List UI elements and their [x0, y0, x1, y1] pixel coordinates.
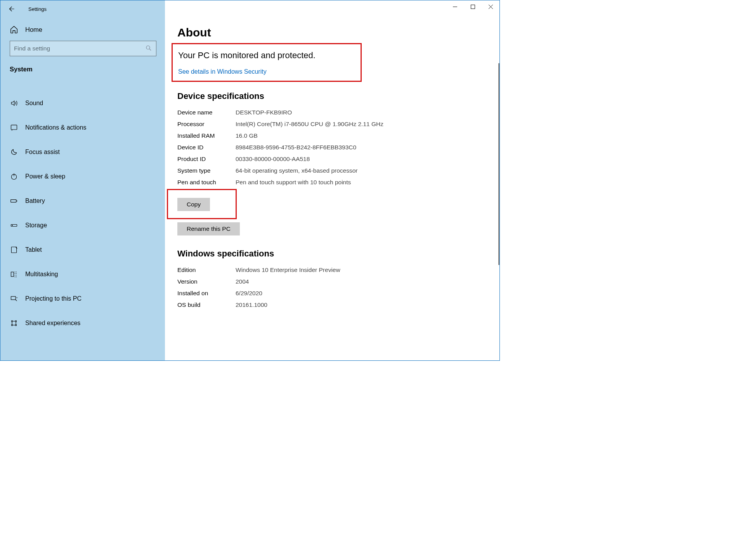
- home-label: Home: [25, 26, 42, 33]
- sidebar-nav-items: Sound Notifications & actions Focus assi…: [0, 78, 165, 335]
- windows-specifications-heading: Windows specifications: [177, 249, 492, 259]
- battery-icon: [10, 197, 18, 205]
- maximize-icon: [471, 5, 475, 9]
- svg-point-1: [146, 46, 150, 49]
- spec-label: Processor: [177, 121, 236, 128]
- spec-row: OS build 20161.1000: [177, 299, 492, 311]
- search-input[interactable]: [14, 45, 145, 52]
- spec-value: 8984E3B8-9596-4755-B242-8FF6EBB393C0: [236, 144, 356, 151]
- sidebar-item-label: Focus assist: [25, 149, 60, 156]
- spec-row: Pen and touch Pen and touch support with…: [177, 177, 492, 188]
- spec-label: System type: [177, 167, 236, 174]
- sidebar-home[interactable]: Home: [0, 21, 165, 38]
- svg-point-11: [15, 320, 16, 322]
- spec-value: 16.0 GB: [236, 132, 258, 139]
- spec-label: Device ID: [177, 144, 236, 151]
- spec-label: OS build: [177, 301, 236, 308]
- spec-row: Installed on 6/29/2020: [177, 287, 492, 299]
- spec-row: Processor Intel(R) Core(TM) i7-8650U CPU…: [177, 118, 492, 130]
- body-area: Home System Sound: [0, 17, 499, 360]
- shared-experiences-icon: [10, 319, 18, 327]
- titlebar: Settings: [0, 0, 499, 17]
- spec-value: DESKTOP-FKB9IRO: [236, 109, 292, 116]
- device-specifications-heading: Device specifications: [177, 91, 492, 101]
- minimize-icon: [453, 5, 457, 9]
- sidebar-item-tablet[interactable]: Tablet: [0, 237, 165, 262]
- sidebar-item-label: Power & sleep: [25, 173, 65, 180]
- sidebar-item-label: Tablet: [25, 246, 42, 253]
- sidebar-item-label: Sound: [25, 100, 43, 107]
- spec-row: Product ID 00330-80000-00000-AA518: [177, 153, 492, 165]
- home-icon: [10, 25, 18, 34]
- spec-row: Device name DESKTOP-FKB9IRO: [177, 107, 492, 118]
- spec-label: Installed RAM: [177, 132, 236, 139]
- scrollbar[interactable]: [498, 63, 499, 265]
- back-button[interactable]: [6, 3, 17, 14]
- spec-label: Product ID: [177, 156, 236, 163]
- focus-assist-icon: [10, 148, 18, 156]
- protection-highlight-box: Your PC is monitored and protected. See …: [172, 43, 362, 82]
- spec-label: Installed on: [177, 290, 236, 297]
- sidebar-item-storage[interactable]: Storage: [0, 213, 165, 237]
- notifications-icon: [10, 124, 18, 132]
- svg-rect-2: [11, 125, 17, 130]
- sidebar-item-sound[interactable]: Sound: [0, 91, 165, 115]
- svg-rect-9: [11, 296, 16, 299]
- search-box[interactable]: [10, 41, 156, 56]
- rename-pc-button[interactable]: Rename this PC: [177, 222, 240, 235]
- back-arrow-icon: [8, 5, 15, 12]
- spec-value: 64-bit operating system, x64-based proce…: [236, 167, 357, 174]
- projecting-icon: [10, 295, 18, 303]
- settings-window: Settings Home: [0, 0, 500, 361]
- spec-value: 2004: [236, 278, 249, 285]
- spec-value: 20161.1000: [236, 301, 267, 308]
- spec-label: Pen and touch: [177, 179, 236, 186]
- spec-row: Edition Windows 10 Enterprise Insider Pr…: [177, 264, 492, 276]
- copy-button[interactable]: Copy: [177, 198, 210, 211]
- sidebar-item-power-sleep[interactable]: Power & sleep: [0, 164, 165, 189]
- spec-value: Intel(R) Core(TM) i7-8650U CPU @ 1.90GHz…: [236, 121, 383, 128]
- spec-label: Edition: [177, 267, 236, 274]
- svg-rect-8: [11, 272, 14, 277]
- device-specifications-table: Device name DESKTOP-FKB9IRO Processor In…: [177, 107, 492, 188]
- multitasking-icon: [10, 270, 18, 278]
- sidebar-item-projecting[interactable]: Projecting to this PC: [0, 286, 165, 311]
- svg-point-10: [11, 320, 12, 322]
- titlebar-right: [165, 0, 499, 17]
- protection-status: Your PC is monitored and protected.: [178, 50, 357, 61]
- close-button[interactable]: [482, 0, 499, 13]
- search-wrap: [0, 41, 165, 56]
- window-title: Settings: [28, 6, 47, 12]
- sidebar-item-multitasking[interactable]: Multitasking: [0, 262, 165, 286]
- spec-row: System type 64-bit operating system, x64…: [177, 165, 492, 177]
- tablet-icon: [10, 246, 18, 254]
- titlebar-left: Settings: [0, 0, 165, 17]
- storage-icon: [10, 222, 18, 229]
- sound-icon: [10, 99, 18, 107]
- close-icon: [489, 5, 493, 9]
- spec-label: Device name: [177, 109, 236, 116]
- minimize-button[interactable]: [446, 0, 464, 13]
- main-content: About Your PC is monitored and protected…: [165, 17, 499, 360]
- spec-row: Device ID 8984E3B8-9596-4755-B242-8FF6EB…: [177, 142, 492, 153]
- sidebar-item-focus-assist[interactable]: Focus assist: [0, 140, 165, 164]
- sidebar-item-label: Shared experiences: [25, 320, 80, 327]
- spec-value: Pen and touch support with 10 touch poin…: [236, 179, 351, 186]
- sidebar-item-label: Projecting to this PC: [25, 295, 81, 302]
- sidebar-item-shared-experiences[interactable]: Shared experiences: [0, 311, 165, 335]
- spec-value: 00330-80000-00000-AA518: [236, 156, 310, 163]
- windows-security-link[interactable]: See details in Windows Security: [178, 68, 267, 75]
- spec-value: 6/29/2020: [236, 290, 262, 297]
- sidebar-item-label: Notifications & actions: [25, 124, 86, 131]
- spec-value: Windows 10 Enterprise Insider Preview: [236, 267, 340, 274]
- copy-highlight-box: Copy: [167, 189, 237, 219]
- sidebar-item-battery[interactable]: Battery: [0, 189, 165, 213]
- spec-label: Version: [177, 278, 236, 285]
- sidebar: Home System Sound: [0, 17, 165, 360]
- maximize-button[interactable]: [464, 0, 482, 13]
- sidebar-item-label: Multitasking: [25, 271, 58, 278]
- search-icon: [145, 45, 152, 53]
- svg-rect-4: [11, 199, 16, 202]
- sidebar-item-notifications[interactable]: Notifications & actions: [0, 115, 165, 140]
- svg-point-12: [11, 324, 12, 325]
